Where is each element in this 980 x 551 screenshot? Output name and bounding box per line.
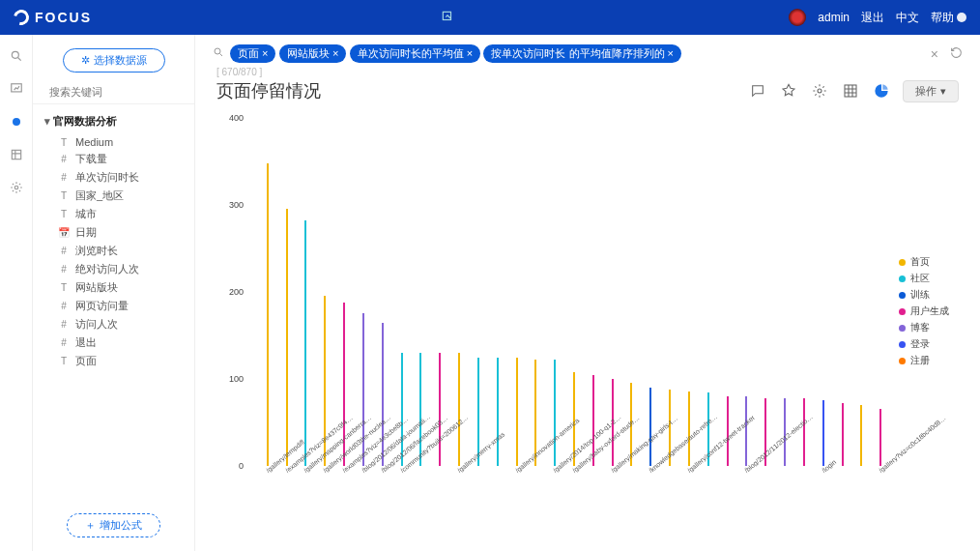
field-item[interactable]: T城市 (44, 205, 187, 223)
legend-item[interactable]: 用户生成 (899, 304, 966, 318)
field-item[interactable]: #访问人次 (44, 315, 187, 334)
config-icon[interactable] (810, 81, 829, 101)
bar[interactable] (727, 396, 729, 466)
result-count: [ 670/870 ] (195, 67, 980, 77)
bar[interactable] (497, 358, 499, 466)
query-pill[interactable]: 按单次访问时长 的平均值降序排列的 × (483, 44, 681, 63)
field-item[interactable]: T国家_地区 (44, 187, 187, 205)
y-tick: 100 (229, 374, 244, 384)
field-item[interactable]: T网站版块 (44, 278, 187, 297)
help-link[interactable]: 帮助 (931, 10, 966, 26)
bar[interactable] (516, 358, 518, 466)
legend-item[interactable]: 首页 (899, 255, 966, 269)
query-search-icon[interactable] (213, 46, 224, 61)
field-item[interactable]: #浏览时长 (44, 242, 187, 260)
clear-query-icon[interactable]: × (925, 46, 944, 62)
field-label: 下载量 (75, 152, 107, 166)
dashboard-icon[interactable] (9, 81, 24, 97)
field-type-icon: T (58, 356, 70, 366)
field-type-icon: # (58, 337, 70, 348)
active-nav-icon[interactable] (9, 114, 24, 130)
field-label: 网站版块 (75, 280, 118, 295)
settings-icon[interactable] (9, 180, 24, 195)
refresh-icon[interactable] (950, 46, 963, 62)
avatar[interactable] (789, 9, 806, 26)
bar[interactable] (688, 392, 690, 466)
add-formula-button[interactable]: ＋ 增加公式 (67, 513, 160, 537)
data-icon[interactable] (9, 147, 24, 162)
bar[interactable] (554, 360, 556, 466)
bar[interactable] (860, 405, 862, 466)
logo-icon (11, 7, 32, 28)
field-type-icon: # (58, 172, 70, 183)
chart-area: 0100200300400/gallery/tempdiff/examples?… (195, 110, 980, 551)
page-title: 页面停留情况 (216, 79, 321, 102)
field-item[interactable]: #绝对访问人次 (44, 260, 187, 278)
field-type-icon: # (58, 154, 70, 164)
bar[interactable] (382, 323, 384, 466)
field-type-icon: T (58, 137, 70, 148)
field-label: 页面 (75, 354, 97, 368)
field-item[interactable]: T页面 (44, 352, 187, 370)
bar[interactable] (822, 400, 824, 466)
username[interactable]: admin (818, 11, 850, 24)
field-label: 绝对访问人次 (75, 262, 139, 276)
field-type-icon: # (58, 301, 70, 311)
topbar: FOCUS admin 退出 中文 帮助 (0, 0, 980, 35)
bar[interactable] (286, 209, 288, 466)
search-icon[interactable] (9, 48, 24, 64)
select-source-button[interactable]: ✲ 选择数据源 (63, 48, 165, 72)
field-label: Medium (75, 136, 113, 148)
svg-point-8 (818, 89, 821, 93)
comment-icon[interactable] (748, 81, 767, 101)
edit-icon[interactable] (441, 10, 454, 26)
query-pill[interactable]: 单次访问时长的平均值 × (350, 44, 480, 63)
lang-link[interactable]: 中文 (896, 10, 919, 26)
chart-icon[interactable] (872, 81, 891, 101)
tree-root[interactable]: 官网数据分析 (44, 114, 187, 129)
field-tree: 官网数据分析 TMedium#下载量#单次访问时长T国家_地区T城市📅日期#浏览… (33, 104, 194, 504)
field-item[interactable]: 📅日期 (44, 223, 187, 242)
bar[interactable] (267, 163, 269, 466)
app-logo[interactable]: FOCUS (14, 10, 92, 25)
field-item[interactable]: #下载量 (44, 150, 187, 168)
field-label: 网页访问量 (75, 299, 129, 313)
field-item[interactable]: TMedium (44, 134, 187, 150)
logout-link[interactable]: 退出 (861, 10, 884, 26)
legend: 首页社区训练用户生成博客登录注册 (899, 110, 966, 545)
bar[interactable] (649, 388, 651, 466)
legend-item[interactable]: 博客 (899, 321, 966, 334)
query-pill[interactable]: 页面 × (230, 44, 275, 63)
bar[interactable] (439, 353, 441, 466)
query-pill[interactable]: 网站版块 × (279, 44, 346, 63)
svg-point-1 (12, 51, 18, 58)
table-icon[interactable] (841, 81, 860, 101)
legend-item[interactable]: 训练 (899, 288, 966, 302)
legend-item[interactable]: 社区 (899, 272, 966, 285)
sidebar: ✲ 选择数据源 官网数据分析 TMedium#下载量#单次访问时长T国家_地区T… (33, 35, 195, 551)
main: 页面 × 网站版块 × 单次访问时长的平均值 × 按单次访问时长 的平均值降序排… (195, 35, 980, 551)
y-tick: 300 (229, 200, 244, 210)
svg-rect-4 (12, 150, 20, 159)
operate-button[interactable]: 操作 ▾ (903, 80, 959, 102)
bar[interactable] (304, 220, 306, 466)
field-label: 单次访问时长 (75, 170, 139, 185)
bar[interactable] (458, 353, 460, 466)
field-item[interactable]: #单次访问时长 (44, 168, 187, 187)
svg-rect-9 (845, 85, 856, 97)
field-search[interactable] (33, 80, 194, 104)
bar[interactable] (842, 403, 844, 466)
field-label: 国家_地区 (75, 188, 124, 203)
legend-item[interactable]: 登录 (899, 337, 966, 351)
svg-point-3 (13, 118, 20, 126)
field-item[interactable]: #网页访问量 (44, 297, 187, 315)
y-tick: 400 (229, 113, 244, 123)
bar[interactable] (879, 409, 881, 466)
legend-item[interactable]: 注册 (899, 354, 966, 367)
field-search-input[interactable] (49, 86, 183, 98)
bar[interactable] (803, 398, 805, 466)
bar[interactable] (745, 396, 747, 466)
pin-icon[interactable] (779, 81, 798, 101)
field-item[interactable]: #退出 (44, 334, 187, 352)
field-type-icon: # (58, 319, 70, 330)
